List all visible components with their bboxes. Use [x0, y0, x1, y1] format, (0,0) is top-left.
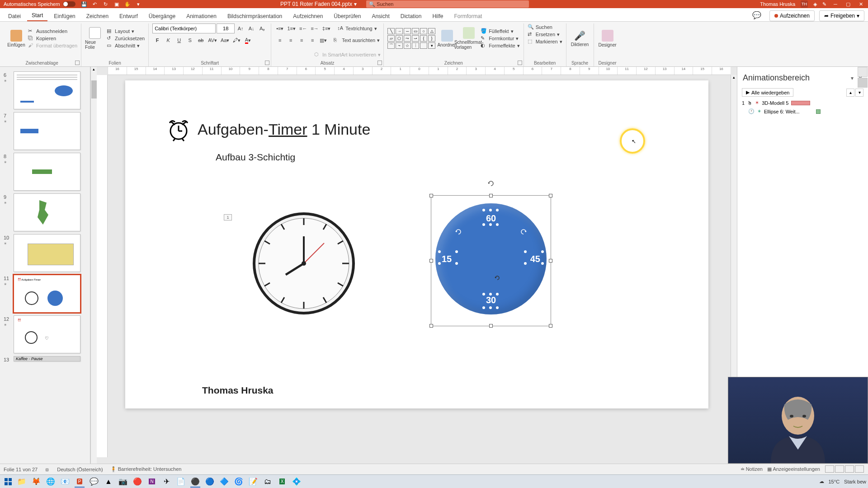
shapes-expand-icon[interactable]: ▾ [428, 42, 435, 49]
underline-button[interactable]: U [174, 35, 184, 45]
telegram-icon[interactable]: ✈ [160, 476, 173, 488]
slide-thumb-11[interactable]: 11✶ ⏰ Aufgaben-Timer [14, 275, 85, 313]
qat-more-icon[interactable]: ▾ [135, 1, 142, 7]
powerpoint-icon[interactable]: P [73, 476, 86, 488]
shape-arrow-icon[interactable]: → [396, 28, 403, 34]
anzeige-button[interactable]: ▦ Anzeigeeinstellungen [767, 466, 820, 472]
spacing-button[interactable]: AV▾ [207, 35, 218, 45]
align-right-button[interactable]: ≡ [297, 35, 307, 45]
document-title[interactable]: PPT 01 Roter Faden 004.pptx ▾ [280, 1, 357, 7]
scroll-up-icon[interactable]: ▴ [91, 67, 97, 71]
tab-einfuegen[interactable]: Einfügen [49, 10, 80, 21]
designer-button[interactable]: Designer [598, 23, 618, 53]
shape-brace-icon[interactable]: { [420, 35, 427, 42]
dialog-launcher-icon[interactable] [377, 61, 382, 65]
highlight-button[interactable]: 🖍▾ [231, 35, 242, 45]
maximize-icon[interactable]: ▢ [844, 1, 852, 7]
align-center-button[interactable]: ≡ [286, 35, 296, 45]
neue-folie-button[interactable]: Neue Folie [85, 23, 105, 53]
slide-counter[interactable]: Folie 11 von 27 [4, 467, 38, 472]
slide-thumb-9[interactable]: 9✶ [14, 193, 85, 231]
slide-thumb-6[interactable]: 6✶ [14, 71, 85, 109]
rotate-handle-icon[interactable] [487, 180, 495, 187]
slide-thumb-13[interactable]: 13 Kaffee - Pause [14, 356, 85, 361]
freigeben-button[interactable]: ➦Freigeben ▾ [819, 10, 864, 21]
diktieren-button[interactable]: 🎤Diktieren [570, 23, 590, 53]
start-button[interactable] [2, 476, 14, 488]
app-icon[interactable]: 💬 [87, 476, 101, 488]
comments-icon[interactable]: 💬 [749, 9, 765, 21]
ersetzen-button[interactable]: ⇄Ersetzen ▾ [528, 31, 562, 38]
panel-tab-1-icon[interactable] [858, 67, 868, 77]
case-button[interactable]: Aa▾ [219, 35, 231, 45]
resize-handle-icon[interactable] [549, 259, 552, 263]
close-icon[interactable]: ✕ [857, 1, 864, 7]
slide-canvas[interactable]: 1615141312111098765432101234567891011121… [97, 67, 737, 464]
app-icon[interactable]: 📝 [246, 476, 260, 488]
resize-handle-icon[interactable] [429, 324, 433, 328]
shape-rect2-icon[interactable]: ▱ [387, 35, 395, 42]
increase-font-icon[interactable]: A↑ [236, 23, 245, 33]
resize-handle-icon[interactable] [489, 324, 493, 328]
indent-less-button[interactable]: ≡← [298, 23, 308, 33]
anim-item-2[interactable]: 🕐 ✶ Ellipse 6: Weit... [737, 107, 868, 116]
analog-clock-shape[interactable] [252, 211, 356, 315]
ausschneiden-button[interactable]: ✂Ausschneiden [28, 28, 77, 35]
resize-handle-icon[interactable] [549, 324, 552, 328]
tab-start[interactable]: Start [27, 9, 47, 21]
italic-button[interactable]: K [163, 35, 173, 45]
slide-thumb-8[interactable]: 8✶ [14, 153, 85, 191]
format-uebertragen-button[interactable]: 🖌Format übertragen [28, 42, 77, 49]
app-icon[interactable]: 🗂 [261, 476, 274, 488]
layout-button[interactable]: ▤Layout ▾ [107, 28, 145, 35]
shape-tri-icon[interactable]: △ [428, 28, 435, 34]
shape-hex-icon[interactable]: ⬡ [396, 35, 403, 42]
play-all-button[interactable]: ▶Alle wiedergeben [742, 88, 793, 97]
anim-timeline-bar[interactable] [816, 109, 821, 114]
aufzeichnen-button[interactable]: Aufzeichnen [769, 10, 815, 21]
undo-icon[interactable]: ↶ [92, 1, 98, 7]
formkontur-button[interactable]: ✎Formkontur ▾ [481, 35, 520, 42]
bullets-button[interactable]: •≡▾ [275, 23, 285, 33]
indent-more-button[interactable]: ≡→ [309, 23, 320, 33]
shape-arc-icon[interactable]: ⌒ [387, 42, 395, 49]
shape-free-icon[interactable]: ~ [396, 42, 403, 49]
move-down-icon[interactable]: ▾ [855, 89, 863, 97]
slide-content[interactable]: Aufgaben-Timer 1 Minute Aufbau 3-Schicht… [125, 80, 708, 408]
scroll-up-icon[interactable]: ▴ [731, 75, 737, 80]
accessibility-icon[interactable]: 🧍 Barrierefreiheit: Untersuchen [110, 466, 182, 472]
bold-button[interactable]: F [152, 35, 162, 45]
tab-uebergaenge[interactable]: Übergänge [144, 10, 180, 21]
shape-line2-icon[interactable]: ─ [404, 28, 411, 34]
slide-thumb-7[interactable]: 7✶ [14, 112, 85, 150]
shape-rect-icon[interactable]: ▭ [412, 28, 419, 34]
excel-icon[interactable]: X [275, 476, 289, 488]
vlc-icon[interactable]: ▲ [102, 476, 115, 488]
save-icon[interactable]: 💾 [81, 1, 87, 7]
app-icon[interactable]: 📷 [116, 476, 130, 488]
rotate-arrow-icon[interactable] [519, 228, 528, 236]
selected-shape-group[interactable]: 60 45 30 15 [431, 195, 551, 326]
suchen-button[interactable]: 🔍Suchen [528, 23, 562, 31]
rotate-arrow-icon[interactable] [454, 228, 462, 236]
align-justify-button[interactable]: ≡ [307, 35, 317, 45]
tab-entwurf[interactable]: Entwurf [115, 10, 142, 21]
app-icon[interactable]: 🔴 [131, 476, 144, 488]
present-icon[interactable]: ▣ [113, 1, 120, 7]
weather-icon[interactable]: ☁ [819, 479, 824, 484]
shape-oval-icon[interactable]: ○ [420, 28, 427, 34]
einfuegen-button[interactable]: Einfügen [6, 23, 26, 53]
shape-line-icon[interactable]: ╲ [387, 28, 395, 34]
dialog-launcher-icon[interactable] [518, 61, 522, 65]
tab-formformat[interactable]: Formformat [449, 10, 486, 21]
anim-item-1[interactable]: 1 🖱 ✶ 3D-Modell 5 [737, 99, 868, 107]
autosave-toggle[interactable]: Automatisches Speichern [4, 1, 75, 7]
resize-handle-icon[interactable] [549, 194, 552, 197]
reading-view-icon[interactable] [845, 465, 854, 473]
panel-tab-2-icon[interactable] [858, 78, 868, 88]
onenote-icon[interactable]: N [145, 476, 159, 488]
system-tray[interactable]: ☁ 15°C Stark bew [819, 479, 867, 484]
chevron-down-icon[interactable]: ▾ [851, 75, 854, 81]
app-icon[interactable]: 🔵 [203, 476, 217, 488]
strike-button[interactable]: ab [196, 35, 206, 45]
